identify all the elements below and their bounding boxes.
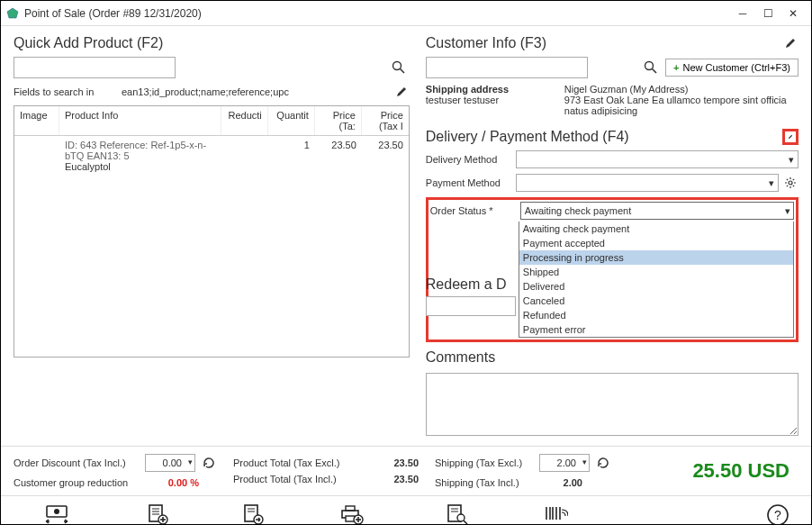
status-option[interactable]: Canceled: [519, 294, 793, 308]
pt-incl-value: 23.50: [365, 474, 419, 484]
delivery-method-label: Delivery Method: [426, 154, 516, 165]
edit-delivery-icon[interactable]: [782, 129, 798, 145]
svg-line-10: [787, 179, 788, 180]
cgr-value: 0.00 %: [145, 477, 199, 488]
svg-line-12: [787, 186, 788, 186]
comments-input[interactable]: [426, 373, 798, 436]
customer-search-icon[interactable]: [644, 60, 658, 75]
customer-heading: Customer Info (F3): [426, 35, 782, 51]
status-option[interactable]: Awaiting check payment: [519, 222, 793, 236]
ship-excl-label: Shipping (Tax Excl.): [435, 457, 534, 468]
cell-qty: 1: [263, 140, 310, 172]
delivery-method-select[interactable]: ▾: [516, 150, 798, 168]
search-icon[interactable]: [392, 60, 406, 75]
col-reduction: Reducti: [221, 106, 268, 135]
ship-incl-value: 2.00: [539, 477, 582, 488]
maximize-button[interactable]: ☐: [755, 5, 780, 23]
products-table: Image Product Info Reducti Quantit Price…: [14, 105, 410, 358]
cell-price-incl: 23.50: [356, 140, 403, 172]
cash-change-button[interactable]: Cash & Change (F9): [14, 503, 100, 525]
product-name: Eucalyptol: [65, 161, 216, 172]
fields-value: ean13;id_product;name;reference;upc: [122, 86, 393, 97]
app-icon: [6, 7, 19, 20]
quick-add-heading: Quick Add Product (F2): [14, 35, 410, 51]
fields-label: Fields to search in: [14, 86, 122, 97]
create-stay-button[interactable]: Create & Stay (F7): [118, 503, 197, 525]
table-row[interactable]: ID: 643 Reference: Ref-1p5-x-n-bTQ EAN13…: [14, 136, 409, 176]
ship-incl-label: Shipping (Tax Incl.): [435, 477, 534, 488]
order-status-label: Order Status *: [430, 205, 520, 216]
cgr-label: Customer group reduction: [14, 477, 140, 488]
order-status-select[interactable]: Awaiting check payment ▾: [520, 202, 794, 220]
status-option[interactable]: Payment accepted: [519, 236, 793, 250]
svg-point-15: [54, 509, 59, 514]
col-image: Image: [14, 106, 59, 135]
document-exit-icon: [240, 503, 266, 525]
window-title: Point of Sale (Order #89 12/31/2020): [24, 7, 730, 20]
svg-point-5: [789, 181, 792, 185]
help-icon: ?: [766, 503, 791, 525]
comments-heading: Comments: [426, 349, 798, 366]
svg-point-36: [457, 514, 465, 521]
svg-point-1: [392, 62, 401, 70]
search-product-button[interactable]: Search Product (F10): [411, 503, 501, 525]
totals-bar: Order Discount (Tax Incl.) 0.00▾ Custome…: [1, 446, 811, 495]
footer-toolbar: Cash & Change (F9) Create & Stay (F7) Cr…: [1, 495, 811, 525]
pt-excl-label: Product Total (Tax Excl.): [233, 457, 359, 468]
svg-line-13: [793, 179, 794, 180]
order-discount-input[interactable]: 0.00▾: [145, 454, 195, 472]
status-option[interactable]: Delivered: [519, 279, 793, 294]
payment-method-label: Payment Method: [426, 177, 516, 188]
col-price-incl: Price (Tax I: [362, 106, 409, 135]
product-search-input[interactable]: [14, 57, 176, 78]
svg-line-4: [653, 69, 657, 74]
order-status-value: Awaiting check payment: [525, 205, 631, 216]
col-price-excl: Price (Ta:: [315, 106, 362, 135]
chevron-down-icon: ▾: [769, 177, 774, 189]
svg-line-37: [464, 520, 467, 524]
new-customer-button[interactable]: + New Customer (Ctrl+F3): [665, 59, 798, 77]
pt-excl-value: 23.50: [365, 457, 419, 468]
plus-icon: +: [673, 62, 679, 73]
status-option[interactable]: Processing in progress: [519, 250, 793, 265]
ship-excl-input[interactable]: 2.00▾: [539, 454, 590, 472]
delivery-heading: Delivery / Payment Method (F4): [426, 129, 782, 145]
cell-price-excl: 23.50: [310, 140, 356, 172]
status-option[interactable]: Payment error: [519, 322, 793, 337]
chevron-down-icon: ▾: [785, 205, 790, 217]
quick-add-panel: Quick Add Product (F2) Fields to search …: [14, 35, 410, 439]
close-button[interactable]: ✕: [780, 5, 806, 23]
col-quantity: Quantit: [268, 106, 315, 135]
svg-line-2: [400, 69, 404, 74]
new-customer-label: New Customer (Ctrl+F3): [683, 62, 791, 73]
shipping-addr-label: Shipping address testuser testuser: [426, 84, 552, 116]
document-search-icon: [444, 503, 469, 525]
edit-customer-icon[interactable]: [782, 35, 798, 51]
pencil-icon[interactable]: [393, 84, 410, 100]
help-button[interactable]: ? Help (F1): [759, 503, 798, 525]
customer-search-input[interactable]: [426, 57, 588, 78]
create-exit-button[interactable]: Create & Exit (F8): [215, 503, 291, 525]
payment-method-select[interactable]: ▾: [516, 174, 779, 192]
chevron-down-icon: ▾: [582, 457, 587, 466]
cash-icon: [44, 503, 69, 525]
status-option[interactable]: Shipped: [519, 265, 793, 279]
create-print-button[interactable]: Create & Print (F12): [309, 503, 393, 525]
chevron-down-icon: ▾: [188, 457, 193, 466]
svg-text:?: ?: [774, 508, 781, 522]
grand-total: 25.50 USD: [627, 459, 798, 483]
voucher-input[interactable]: [426, 296, 516, 316]
svg-marker-0: [7, 8, 18, 18]
svg-point-3: [645, 62, 654, 70]
product-ref-line: ID: 643 Reference: Ref-1p5-x-n-bTQ EAN13…: [65, 140, 216, 161]
refresh-icon[interactable]: [595, 455, 611, 471]
order-status-dropdown: Awaiting check payment Payment accepted …: [519, 222, 794, 338]
redeem-heading: Redeem a D: [426, 276, 516, 293]
refresh-icon[interactable]: [201, 455, 217, 471]
minimize-button[interactable]: ─: [730, 5, 755, 23]
status-option[interactable]: Refunded: [519, 308, 793, 322]
shipping-addr-value: Nigel Guzman (My Address) 973 East Oak L…: [564, 84, 798, 116]
scanner-settings-button[interactable]: Scanner Settings: [519, 503, 591, 525]
gear-icon[interactable]: [782, 175, 798, 191]
shipping-tester: testuser testuser: [426, 95, 552, 105]
